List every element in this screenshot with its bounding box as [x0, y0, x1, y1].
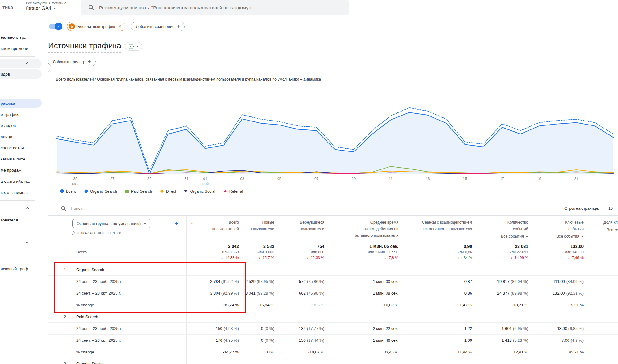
group-header-row: 2Paid Search [48, 311, 618, 322]
table-search-input[interactable]: Поиск... [71, 206, 86, 211]
sidebar: еального вр...ьном времениидоврафикае тр… [0, 15, 42, 364]
add-filter-button[interactable]: Добавить фильтр + [48, 57, 96, 66]
legend-item: Всего [60, 189, 76, 194]
metric-cell: -16,84 % [242, 303, 277, 307]
metric-value: 24 377 [497, 291, 510, 296]
column-header[interactable]: КлючевыесобытияВсе события [531, 216, 587, 240]
metric-cell: 176(4,95 %) [186, 338, 242, 343]
metric-share: (89,98 %) [511, 291, 528, 296]
column-subfilter-dropdown[interactable]: Все [587, 228, 618, 232]
property-selector[interactable]: forstor GA4 [26, 6, 66, 11]
column-header[interactable]: Вернувшиесяпользователи [277, 216, 327, 240]
column-header[interactable]: ↓Всегопользователей [186, 216, 242, 240]
rows-per-page: Строк на странице: 10 [564, 206, 613, 211]
dimension-dropdown[interactable]: Основная группа... по умолчанию) [72, 219, 150, 228]
metric-value: 1,47 % [460, 303, 472, 307]
sidebar-item[interactable]: ме продаж [0, 164, 42, 176]
metric-share: (0 %) [265, 338, 274, 343]
rows-per-page-value[interactable]: 10 [608, 206, 613, 211]
segment-chip[interactable]: Б Бесплатный трафик ✕ [67, 22, 125, 31]
sidebar-item-label: е лидов [1, 123, 16, 128]
sidebar-section-collapse[interactable] [0, 203, 42, 214]
totals-change-value: -15,7 % [261, 256, 274, 260]
svg-text:09: 09 [352, 177, 356, 181]
metric-cell: 13,00(9,85 %) [531, 326, 587, 331]
svg-text:07: 07 [314, 177, 319, 181]
metric-value: 11,94 % [458, 350, 472, 354]
metric-share: (17,44 %) [307, 338, 324, 343]
metric-value: 85,71 % [569, 350, 584, 354]
close-icon[interactable]: ✕ [118, 24, 121, 29]
dimension-dropdown-label: Основная группа... по умолчанию) [77, 221, 141, 226]
metric-cell: 2 529(97,95 %) [242, 279, 277, 284]
column-header[interactable]: КоличествособытийВсе события [475, 216, 531, 240]
column-subfilter-dropdown[interactable]: Все события [475, 234, 528, 239]
metric-cell: 662(76,98 %) [277, 291, 327, 296]
totals-change: ↓-14,38 % [186, 256, 239, 260]
sidebar-item[interactable]: снове источ... [0, 142, 42, 153]
segment-letter-icon: Б [69, 23, 75, 29]
caret-down-icon [526, 236, 528, 237]
caret-down-icon [581, 236, 584, 237]
sidebar-item[interactable]: исковый траф... [0, 263, 42, 274]
global-search-input[interactable]: Рекомендуем поискать: "Рост количества п… [81, 0, 349, 15]
metric-cell: 111,00(84,09 %) [531, 279, 587, 284]
column-header[interactable]: Среднее времявзаимодействия наактивного … [327, 216, 401, 240]
data-row: 24 окт. – 23 нояб. 2025 г.150(4,93 %)0(0… [48, 322, 618, 334]
totals-change: ↓-7,8 % [327, 256, 398, 260]
trend-down-icon: ↓ [385, 256, 387, 260]
sidebar-item[interactable]: ьном времени [0, 43, 42, 54]
totals-value: 1 мин. 05 сек. [327, 244, 398, 249]
row-label-cell: 24 окт. – 23 нояб. 2025 г. [48, 326, 186, 331]
totals-change-value: -14,99 % [513, 256, 528, 260]
totals-prev-value: или 3 063 [242, 250, 274, 255]
sidebar-item[interactable]: зователя [0, 214, 42, 226]
breadcrumb-current[interactable]: forstor-ua [52, 1, 66, 5]
plus-icon: + [177, 23, 180, 29]
sidebar-item[interactable]: а сайта и/или... [0, 176, 42, 187]
metric-share: (99,28 %) [257, 291, 274, 296]
metric-share: (92,99 %) [221, 291, 239, 296]
sidebar-section-collapse[interactable] [0, 238, 42, 249]
row-label: 24 сент. – 23 окт. 2025 г. [76, 291, 121, 296]
svg-text:05: 05 [277, 177, 282, 181]
metric-value: 0 % [267, 350, 274, 354]
sidebar-item[interactable]: кация и поте... [0, 153, 42, 164]
totals-prev-value: или 27 091 [475, 250, 528, 255]
sidebar-item[interactable]: идов [0, 69, 42, 79]
sidebar-item[interactable]: е лидов [0, 120, 42, 131]
group-header-row: 1Organic Search [48, 264, 618, 275]
metric-cell: 1 мин. 00 сек. [327, 279, 401, 284]
report-status-pill[interactable]: ✓ [125, 42, 142, 51]
breadcrumb-root[interactable]: Все аккаунты [26, 1, 47, 5]
sidebar-item[interactable]: еального вр... [0, 32, 42, 43]
add-comparison-button[interactable]: Добавить сравнение + [131, 22, 185, 31]
svg-text:13: 13 [426, 177, 430, 181]
metric-value: 132,00 [553, 291, 565, 296]
sidebar-collapsed-pill[interactable] [0, 59, 42, 68]
metric-share: (4,9 %) [571, 338, 584, 343]
chart-title: Всего пользователей / Основная группа ка… [56, 77, 321, 81]
metric-value: 2 мин. 22 сек. [373, 326, 398, 331]
account-breadcrumb[interactable]: Все аккаунты > forstor-ua forstor GA4 [26, 1, 66, 11]
add-dimension-button[interactable]: + [174, 220, 178, 228]
metric-cell: 134(17,77 %) [277, 326, 327, 331]
toggle-check-icon: ✓ [55, 23, 62, 30]
totals-metric-cell: 3 042или 3 553↓-14,38 % [186, 244, 242, 260]
column-header[interactable]: Сеансы с взаимодействиемна активного пол… [401, 216, 475, 240]
sort-descending-icon[interactable]: ↓ [191, 219, 193, 225]
group-header-cell: 2Paid Search [48, 314, 186, 319]
sidebar-item[interactable]: ых о взаимо... [0, 187, 42, 198]
sidebar-item[interactable]: аница [0, 131, 42, 142]
column-header[interactable]: Доля клВсе [587, 216, 618, 240]
column-header[interactable]: Новыепользователи [242, 216, 277, 240]
metric-value: 3 041 [245, 291, 256, 296]
show-all-rows-button[interactable]: ПОКАЗАТЬ ВСЕ СТРОКИ [72, 231, 184, 235]
sidebar-item[interactable]: е трафика [0, 109, 42, 120]
sidebar-spacer [0, 249, 42, 263]
metric-value: 19 817 [497, 279, 510, 284]
column-subfilter-dropdown[interactable]: Все события [531, 234, 584, 239]
sidebar-item[interactable]: рафика [0, 99, 42, 108]
metric-value: 1,09 [464, 338, 472, 343]
segment-toggle[interactable]: ✓ [49, 24, 61, 29]
